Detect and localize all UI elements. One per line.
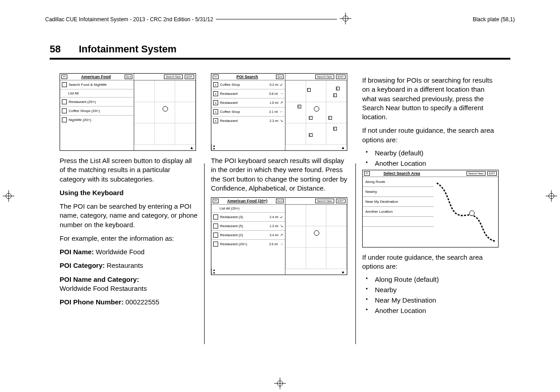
exit-button: EXIT (336, 199, 345, 203)
map-thumbnail (434, 177, 498, 247)
favorite-icon (213, 224, 218, 229)
map-thumbnail: 1 2 3 4 5 6 7 8 (285, 80, 347, 145)
distance: 1.3 mi (270, 224, 278, 228)
list-item: Near My Destination (363, 197, 434, 207)
map-poi-marker: 8 (336, 87, 340, 90)
favorite-icon (62, 82, 67, 87)
screenshot-american-food: ⇦ American Food Sort Search Food & Night… (60, 73, 196, 151)
exit-button: EXIT (487, 171, 497, 176)
list-item: Restaurant (220, 101, 268, 105)
north-arrow-icon: ▲ (285, 145, 347, 150)
body-text: The POI can be searched by entering a PO… (60, 202, 198, 229)
distance: 0.8 mi (269, 92, 278, 95)
crop-mark-right (546, 190, 557, 202)
crop-mark-bottom (274, 378, 286, 389)
crop-mark-top (340, 13, 351, 26)
list-item: List All (62, 91, 132, 95)
favorite-icon (62, 99, 67, 104)
body-text: The POI keyboard search results will dis… (211, 156, 349, 193)
location-pin-icon (314, 230, 319, 236)
page-heading: 58 Infotainment System (50, 43, 510, 60)
list-item: Another Location (362, 159, 500, 167)
location-pin-icon (163, 106, 168, 112)
screen-title: POI Search (220, 75, 275, 79)
favorite-icon (62, 108, 67, 113)
list-item: List All (20+) (213, 206, 283, 210)
column-2: ⇦ POI Search Sort 1Coffee Shop0.2 mi↙ 2R… (205, 73, 355, 344)
list-item: Restaurant (2) (220, 233, 268, 237)
body-text: Press the List All screen button to disp… (60, 156, 198, 184)
list-item: Another Location (362, 307, 500, 314)
index-badge: 1 (213, 82, 218, 87)
body-text: If not under route guidance, the search … (362, 126, 500, 145)
list-item: Nearby (default) (362, 149, 500, 157)
index-badge: 2 (213, 91, 218, 96)
distance: 2.6 mi (269, 243, 278, 246)
list-item: Restaurant (20+) (220, 242, 267, 246)
plate-label: Black plate (58,1) (473, 16, 515, 23)
list-item: Nightlife (20+) (69, 118, 132, 122)
options-list: Nearby (default) Another Location (362, 149, 500, 167)
screen-title: American Food (20+) (220, 199, 275, 203)
favorite-icon (62, 117, 67, 122)
screenshot-poi-search: ⇦ POI Search Sort 1Coffee Shop0.2 mi↙ 2R… (211, 73, 347, 151)
favorite-icon (213, 215, 218, 219)
search-near-button: Search Near (315, 75, 334, 79)
back-icon: ⇦ (61, 75, 67, 79)
body-text: POI Name: Worldwide Food (60, 247, 198, 257)
direction-icon: ↘ (280, 119, 283, 123)
favorite-icon (213, 242, 218, 247)
page-number: 58 (50, 43, 61, 55)
back-icon: ⇦ (213, 75, 219, 79)
search-near-button: Search Near (467, 171, 485, 176)
direction-icon: ↗ (280, 233, 283, 237)
list-item: Near My Destination (362, 296, 500, 304)
favorite-icon (213, 233, 218, 238)
north-arrow-icon: ▲ (285, 269, 347, 275)
search-near-button: Search Near (315, 199, 334, 203)
index-badge: 5 (213, 118, 218, 123)
location-pin-icon (314, 106, 319, 112)
body-text: If under route guidance, the search area… (362, 253, 500, 271)
sort-button: Sort (125, 75, 132, 79)
page-title: Infotainment System (79, 43, 176, 55)
column-1: ⇦ American Food Sort Search Food & Night… (53, 73, 204, 344)
sort-button: Sort (276, 199, 284, 203)
list-item: Restaurant (220, 119, 268, 123)
list-item: Along Route (363, 177, 434, 187)
back-icon: ⇦ (364, 171, 370, 176)
body-text: POI Category: Restaurants (60, 261, 198, 270)
list-item: Coffee Shop (220, 83, 268, 87)
list-item: Search Food & Nightlife (69, 83, 132, 87)
body-text: If browsing for POIs or searching for re… (362, 76, 500, 121)
direction-icon: ↗ (280, 101, 283, 105)
map-poi-marker: 7 (307, 88, 311, 92)
back-icon: ⇦ (213, 199, 219, 203)
screenshot-american-food-20: ⇦ American Food (20+) Sort List All (20+… (211, 197, 347, 275)
distance: 2.1 mi (269, 110, 278, 113)
search-near-button: Search Near (164, 75, 183, 79)
subheading: Using the Keyboard (60, 188, 198, 197)
map-poi-marker: 3 (333, 93, 337, 97)
body-text: POI Name and Category:Worldwide Food Res… (60, 275, 198, 294)
screen-title: American Food (69, 75, 123, 79)
distance: 2.4 mi (270, 215, 278, 219)
index-badge: 4 (213, 109, 218, 114)
distance: 2.3 mi (270, 119, 278, 122)
distance: 3.4 mi (270, 233, 278, 237)
crop-mark-left (3, 190, 14, 202)
location-pin-icon (469, 210, 475, 216)
list-item: Restaurant (5) (220, 224, 268, 228)
map-poi-marker: 5 (333, 127, 337, 131)
list-item: Coffee Shop (220, 110, 267, 114)
list-item: Restaurant (20+) (69, 100, 132, 104)
exit-button: EXIT (336, 75, 345, 79)
options-list: Along Route (default) Nearby Near My Des… (362, 275, 500, 314)
list-item: Restaurant (3) (220, 215, 268, 219)
direction-icon: → (280, 92, 283, 96)
list-item (363, 217, 434, 227)
distance: 1.0 mi (270, 101, 278, 104)
direction-icon: ↘ (280, 224, 283, 228)
sort-button: Sort (276, 75, 284, 79)
screenshot-select-search-area: ⇦ Select Search Area Along Route Nearby … (362, 170, 499, 247)
